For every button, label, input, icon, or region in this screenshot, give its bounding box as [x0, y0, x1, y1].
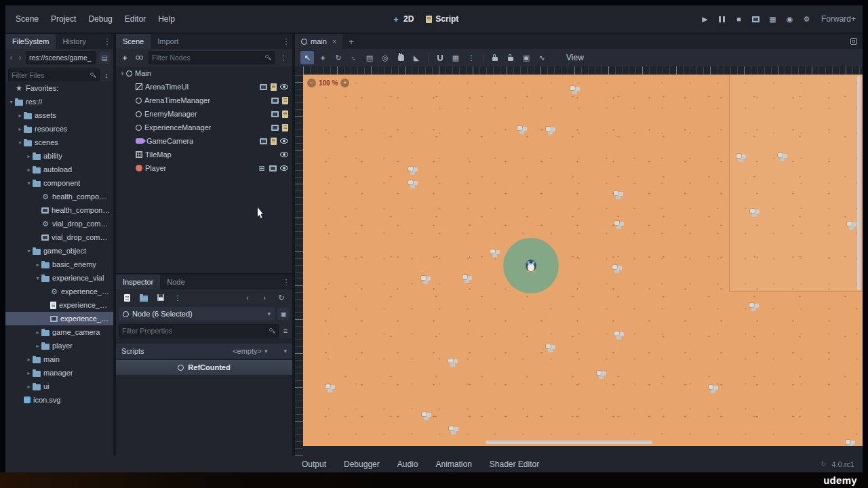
fs-item[interactable]: ▾res://: [5, 95, 113, 108]
scene-node-enemymanager[interactable]: EnemyManager: [116, 107, 292, 121]
zoom-in-button[interactable]: +: [340, 79, 349, 87]
tab-scene[interactable]: Scene: [116, 34, 151, 49]
load-resource-button[interactable]: [138, 292, 149, 303]
film-icon[interactable]: [271, 125, 279, 131]
scene-node-tilemap[interactable]: TileMap: [116, 148, 292, 161]
add-node-button[interactable]: +: [119, 52, 131, 64]
fs-item[interactable]: ⚙experience_vial...: [5, 285, 113, 298]
unlock-tool-button[interactable]: [504, 51, 517, 64]
snap-menu-tool-button[interactable]: ⋮: [465, 51, 478, 64]
pan-tool-button[interactable]: [394, 51, 408, 64]
vertical-scrollbar[interactable]: [857, 76, 861, 290]
fullscreen-icon[interactable]: [850, 38, 857, 45]
scene-node-gamecamera[interactable]: GameCamera: [116, 134, 292, 148]
move-tool-button[interactable]: +: [316, 51, 330, 64]
scene-canvas[interactable]: − 100 % +: [303, 75, 863, 446]
zoom-level[interactable]: 100 %: [319, 79, 338, 87]
expand-arrow-icon[interactable]: ▾: [7, 99, 15, 105]
save-resource-button[interactable]: [155, 292, 166, 303]
view-menu[interactable]: View: [562, 53, 588, 62]
tab-import[interactable]: Import: [151, 34, 185, 49]
play-scene-button[interactable]: [751, 14, 761, 24]
fs-item[interactable]: ⚙health_componen...: [5, 190, 113, 203]
fs-item[interactable]: vial_drop_compon...: [5, 230, 113, 244]
rotate-tool-button[interactable]: ↻: [332, 51, 345, 64]
fs-item[interactable]: ★Favorites:: [5, 81, 113, 95]
expand-arrow-icon[interactable]: ▸: [16, 113, 24, 119]
fs-item[interactable]: ▸player: [5, 339, 113, 352]
expand-arrow-icon[interactable]: ▸: [34, 343, 41, 349]
fs-item[interactable]: experience_vial...: [5, 312, 113, 325]
section-collapse-icon[interactable]: ▾: [283, 348, 287, 354]
fs-item[interactable]: ▸game_camera: [5, 325, 113, 339]
expand-arrow-icon[interactable]: ▾: [25, 180, 33, 186]
scripts-section-header[interactable]: Scripts <empty> ▾ ▾: [116, 344, 292, 359]
script-icon[interactable]: [282, 124, 288, 131]
workspace-script[interactable]: Script: [426, 14, 458, 24]
expand-arrow-icon[interactable]: ▸: [25, 370, 33, 376]
fs-item[interactable]: ▾scenes: [5, 136, 113, 149]
menu-dots-button[interactable]: ⋮: [172, 292, 183, 303]
renderer-settings-button[interactable]: ⚙: [802, 14, 812, 24]
nav-forward-icon[interactable]: ›: [17, 53, 23, 62]
script-icon[interactable]: [271, 83, 277, 91]
fs-item[interactable]: ▸basic_enemy: [5, 258, 113, 271]
scene-node-experiencemanager[interactable]: ExperienceManager: [116, 121, 292, 134]
select-tool-button[interactable]: ↖: [300, 51, 314, 64]
fs-item[interactable]: ▸autoload: [5, 163, 113, 176]
horizontal-scrollbar[interactable]: [486, 441, 652, 444]
grid-snap-tool-button[interactable]: ▦: [449, 51, 462, 64]
expand-arrow-icon[interactable]: ▸: [34, 262, 41, 268]
renderer-select[interactable]: Forward+: [821, 14, 856, 24]
eye-icon[interactable]: [280, 165, 288, 171]
class-reference-bar[interactable]: RefCounted: [116, 360, 292, 375]
expand-arrow-icon[interactable]: ▾: [16, 140, 24, 146]
path-field[interactable]: [29, 54, 92, 62]
eye-icon[interactable]: [280, 152, 288, 157]
bottom-tab-output[interactable]: Output: [302, 460, 326, 469]
filter-files-input[interactable]: [12, 71, 90, 79]
film-icon[interactable]: [271, 98, 279, 104]
menu-help[interactable]: Help: [152, 14, 181, 24]
expand-arrow-icon[interactable]: ▾: [34, 275, 41, 281]
fs-item[interactable]: ▸manager: [5, 366, 113, 380]
stop-button[interactable]: ■: [734, 14, 744, 24]
fs-item[interactable]: ⚙vial_drop_compon...: [5, 217, 113, 230]
film-icon[interactable]: [271, 111, 279, 117]
pivot-tool-button[interactable]: ◎: [378, 51, 392, 64]
lock-tool-button[interactable]: [488, 51, 502, 64]
tab-inspector[interactable]: Inspector: [116, 274, 160, 289]
eye-icon[interactable]: [280, 84, 288, 89]
expand-arrow-icon[interactable]: ▸: [25, 153, 33, 159]
expand-arrow-icon[interactable]: ▸: [25, 384, 33, 390]
fs-item[interactable]: ▸ability: [5, 149, 113, 163]
expand-arrow-icon[interactable]: ▸: [25, 167, 33, 173]
object-options-icon[interactable]: ▣: [277, 308, 290, 320]
fs-item[interactable]: experience_vial...: [5, 298, 113, 312]
new-scene-tab-button[interactable]: +: [342, 37, 360, 47]
menu-project[interactable]: Project: [45, 14, 82, 24]
filesystem-dock-menu-icon[interactable]: ⋮: [101, 34, 113, 49]
script-icon[interactable]: [271, 138, 277, 145]
zoom-out-button[interactable]: −: [307, 79, 316, 87]
scene-node-player[interactable]: Player⊞: [116, 161, 292, 175]
fs-item[interactable]: ▸assets: [5, 108, 113, 122]
bottom-tab-shader-editor[interactable]: Shader Editor: [490, 460, 539, 469]
group-tool-button[interactable]: ▣: [519, 51, 533, 64]
scale-tool-button[interactable]: ↔: [347, 51, 361, 64]
back-button[interactable]: ‹: [242, 292, 253, 303]
expand-arrow-icon[interactable]: ▸: [34, 329, 41, 336]
fs-item[interactable]: icon.svg: [5, 393, 113, 407]
tab-history[interactable]: History: [56, 34, 92, 49]
toggle-split-mode-icon[interactable]: ▤: [98, 52, 111, 64]
nav-back-icon[interactable]: ‹: [8, 53, 14, 62]
scene-tab-main[interactable]: main ×: [295, 34, 342, 49]
object-selector[interactable]: Node (6 Selected) ▾: [119, 307, 275, 321]
film-icon[interactable]: [260, 84, 267, 90]
smart-snap-tool-button[interactable]: [433, 51, 447, 64]
close-tab-icon[interactable]: ×: [332, 37, 336, 45]
history-button[interactable]: ↻: [276, 292, 287, 303]
menu-editor[interactable]: Editor: [119, 14, 152, 24]
play-custom-scene-button[interactable]: ▦: [768, 14, 778, 24]
sort-files-icon[interactable]: ↕: [102, 72, 111, 79]
